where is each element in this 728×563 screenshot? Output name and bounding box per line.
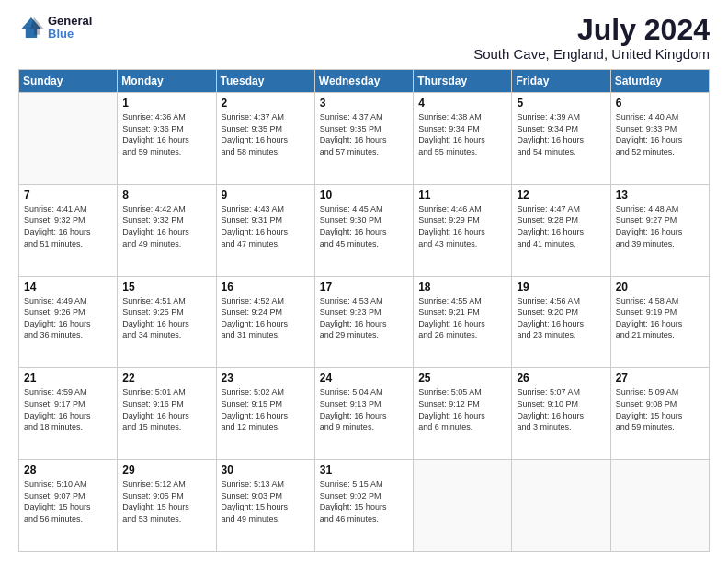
- day-number: 2: [222, 97, 310, 109]
- calendar-cell: [414, 460, 512, 552]
- calendar-cell: 4Sunrise: 4:38 AMSunset: 9:34 PMDaylight…: [414, 93, 512, 185]
- logo-line1: General: [48, 15, 92, 28]
- day-info: Sunrise: 4:40 AMSunset: 9:33 PMDaylight:…: [616, 111, 704, 157]
- logo-icon: [18, 15, 44, 40]
- col-sunday: Sunday: [19, 70, 118, 93]
- day-number: 31: [320, 464, 408, 477]
- day-number: 26: [517, 372, 605, 385]
- day-number: 28: [24, 464, 112, 477]
- day-info: Sunrise: 5:15 AMSunset: 9:02 PMDaylight:…: [320, 478, 408, 524]
- calendar-cell: 24Sunrise: 5:04 AMSunset: 9:13 PMDayligh…: [314, 368, 413, 460]
- day-info: Sunrise: 5:13 AMSunset: 9:03 PMDaylight:…: [222, 478, 310, 524]
- calendar-cell: 11Sunrise: 4:46 AMSunset: 9:29 PMDayligh…: [414, 184, 512, 276]
- calendar-cell: 13Sunrise: 4:48 AMSunset: 9:27 PMDayligh…: [610, 184, 709, 276]
- day-number: 23: [222, 372, 310, 385]
- day-info: Sunrise: 4:49 AMSunset: 9:26 PMDaylight:…: [24, 295, 112, 341]
- day-info: Sunrise: 4:42 AMSunset: 9:32 PMDaylight:…: [122, 203, 210, 249]
- calendar-cell: 25Sunrise: 5:05 AMSunset: 9:12 PMDayligh…: [414, 368, 512, 460]
- day-info: Sunrise: 5:07 AMSunset: 9:10 PMDaylight:…: [517, 386, 605, 432]
- calendar-cell: 30Sunrise: 5:13 AMSunset: 9:03 PMDayligh…: [216, 460, 314, 552]
- day-number: 6: [616, 97, 704, 109]
- calendar-cell: 12Sunrise: 4:47 AMSunset: 9:28 PMDayligh…: [512, 184, 610, 276]
- calendar-cell: 26Sunrise: 5:07 AMSunset: 9:10 PMDayligh…: [512, 368, 610, 460]
- day-info: Sunrise: 5:10 AMSunset: 9:07 PMDaylight:…: [24, 478, 112, 524]
- calendar-cell: [610, 460, 709, 552]
- page: General Blue July 2024 South Cave, Engla…: [0, 0, 728, 563]
- col-saturday: Saturday: [610, 70, 709, 93]
- day-info: Sunrise: 4:58 AMSunset: 9:19 PMDaylight:…: [616, 295, 704, 341]
- calendar-cell: 5Sunrise: 4:39 AMSunset: 9:34 PMDaylight…: [512, 93, 610, 185]
- week-row-3: 14Sunrise: 4:49 AMSunset: 9:26 PMDayligh…: [19, 276, 710, 368]
- title-block: July 2024 South Cave, England, United Ki…: [473, 15, 710, 62]
- week-row-1: 1Sunrise: 4:36 AMSunset: 9:36 PMDaylight…: [19, 93, 710, 185]
- day-info: Sunrise: 4:47 AMSunset: 9:28 PMDaylight:…: [517, 203, 605, 249]
- day-info: Sunrise: 4:56 AMSunset: 9:20 PMDaylight:…: [517, 295, 605, 341]
- col-tuesday: Tuesday: [216, 70, 314, 93]
- week-row-5: 28Sunrise: 5:10 AMSunset: 9:07 PMDayligh…: [19, 460, 710, 552]
- calendar-cell: 23Sunrise: 5:02 AMSunset: 9:15 PMDayligh…: [216, 368, 314, 460]
- calendar-cell: 8Sunrise: 4:42 AMSunset: 9:32 PMDaylight…: [118, 184, 216, 276]
- day-number: 16: [222, 281, 310, 293]
- col-monday: Monday: [118, 70, 216, 93]
- logo-text: General Blue: [48, 15, 92, 41]
- calendar-cell: 27Sunrise: 5:09 AMSunset: 9:08 PMDayligh…: [610, 368, 709, 460]
- day-number: 13: [616, 189, 704, 201]
- calendar-cell: 6Sunrise: 4:40 AMSunset: 9:33 PMDaylight…: [610, 93, 709, 185]
- calendar-cell: 2Sunrise: 4:37 AMSunset: 9:35 PMDaylight…: [216, 93, 314, 185]
- day-info: Sunrise: 4:46 AMSunset: 9:29 PMDaylight:…: [418, 203, 506, 249]
- day-number: 4: [418, 97, 506, 109]
- calendar-cell: 18Sunrise: 4:55 AMSunset: 9:21 PMDayligh…: [414, 276, 512, 368]
- day-info: Sunrise: 4:37 AMSunset: 9:35 PMDaylight:…: [222, 111, 310, 157]
- day-number: 29: [122, 464, 210, 477]
- day-info: Sunrise: 4:51 AMSunset: 9:25 PMDaylight:…: [122, 295, 210, 341]
- logo: General Blue: [18, 15, 92, 41]
- day-number: 19: [517, 281, 605, 293]
- day-number: 14: [24, 281, 112, 293]
- day-info: Sunrise: 5:05 AMSunset: 9:12 PMDaylight:…: [418, 386, 506, 432]
- day-info: Sunrise: 4:43 AMSunset: 9:31 PMDaylight:…: [222, 203, 310, 249]
- calendar-cell: 10Sunrise: 4:45 AMSunset: 9:30 PMDayligh…: [314, 184, 413, 276]
- calendar-cell: 9Sunrise: 4:43 AMSunset: 9:31 PMDaylight…: [216, 184, 314, 276]
- calendar-cell: 21Sunrise: 4:59 AMSunset: 9:17 PMDayligh…: [19, 368, 118, 460]
- day-number: 17: [320, 281, 408, 293]
- calendar-cell: [512, 460, 610, 552]
- calendar-cell: 20Sunrise: 4:58 AMSunset: 9:19 PMDayligh…: [610, 276, 709, 368]
- day-number: 15: [122, 281, 210, 293]
- calendar-cell: 7Sunrise: 4:41 AMSunset: 9:32 PMDaylight…: [19, 184, 118, 276]
- calendar-cell: 31Sunrise: 5:15 AMSunset: 9:02 PMDayligh…: [314, 460, 413, 552]
- calendar-cell: 15Sunrise: 4:51 AMSunset: 9:25 PMDayligh…: [118, 276, 216, 368]
- day-number: 25: [418, 372, 506, 385]
- day-info: Sunrise: 4:59 AMSunset: 9:17 PMDaylight:…: [24, 386, 112, 432]
- day-number: 11: [418, 189, 506, 201]
- calendar-subtitle: South Cave, England, United Kingdom: [473, 46, 710, 62]
- logo-line2: Blue: [48, 28, 92, 40]
- day-number: 12: [517, 189, 605, 201]
- col-thursday: Thursday: [414, 70, 512, 93]
- week-row-2: 7Sunrise: 4:41 AMSunset: 9:32 PMDaylight…: [19, 184, 710, 276]
- day-number: 27: [616, 372, 704, 385]
- day-number: 9: [222, 189, 310, 201]
- day-info: Sunrise: 4:36 AMSunset: 9:36 PMDaylight:…: [122, 111, 210, 157]
- day-number: 8: [122, 189, 210, 201]
- calendar-title: July 2024: [473, 15, 710, 44]
- day-number: 1: [122, 97, 210, 109]
- col-wednesday: Wednesday: [314, 70, 413, 93]
- day-number: 7: [24, 189, 112, 201]
- day-number: 20: [616, 281, 704, 293]
- calendar-cell: 29Sunrise: 5:12 AMSunset: 9:05 PMDayligh…: [118, 460, 216, 552]
- day-info: Sunrise: 5:12 AMSunset: 9:05 PMDaylight:…: [122, 478, 210, 524]
- day-info: Sunrise: 4:48 AMSunset: 9:27 PMDaylight:…: [616, 203, 704, 249]
- calendar-cell: 19Sunrise: 4:56 AMSunset: 9:20 PMDayligh…: [512, 276, 610, 368]
- day-info: Sunrise: 5:04 AMSunset: 9:13 PMDaylight:…: [320, 386, 408, 432]
- day-number: 30: [222, 464, 310, 477]
- day-number: 21: [24, 372, 112, 385]
- col-friday: Friday: [512, 70, 610, 93]
- day-number: 3: [320, 97, 408, 109]
- day-info: Sunrise: 4:52 AMSunset: 9:24 PMDaylight:…: [222, 295, 310, 341]
- day-number: 5: [517, 97, 605, 109]
- day-info: Sunrise: 5:09 AMSunset: 9:08 PMDaylight:…: [616, 386, 704, 432]
- calendar-cell: [19, 93, 118, 185]
- day-info: Sunrise: 5:01 AMSunset: 9:16 PMDaylight:…: [122, 386, 210, 432]
- day-info: Sunrise: 5:02 AMSunset: 9:15 PMDaylight:…: [222, 386, 310, 432]
- calendar-cell: 17Sunrise: 4:53 AMSunset: 9:23 PMDayligh…: [314, 276, 413, 368]
